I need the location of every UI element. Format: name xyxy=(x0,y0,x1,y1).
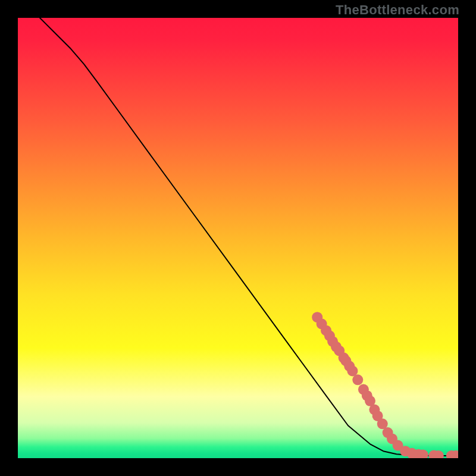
data-point xyxy=(352,374,363,385)
chart-plot xyxy=(18,18,458,458)
chart-frame: TheBottleneck.com xyxy=(0,0,476,476)
watermark-text: TheBottleneck.com xyxy=(336,2,459,18)
plot-background xyxy=(18,18,458,458)
